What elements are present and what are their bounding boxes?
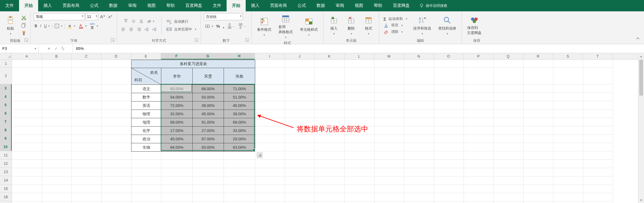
table-cell[interactable]: 51.00% [224,93,255,102]
decrease-decimal-button[interactable]: .00.0→ [237,23,247,30]
menu-tab-5[interactable]: 数据 [104,0,123,11]
save-to-baidu-button[interactable]: 保存到 百度网盘 [465,14,484,37]
scroll-thumb[interactable] [639,60,643,96]
fill-color-button[interactable] [66,23,76,29]
menu-tab-4[interactable]: 公式 [85,0,104,11]
dialog-launcher-icon[interactable]: ↘ [245,38,249,42]
insert-function-button[interactable]: fx [62,46,64,51]
row-header[interactable]: 11 [0,151,12,159]
table-cell[interactable]: 54.00% [161,93,193,102]
underline-button[interactable]: U [43,23,51,29]
column-header[interactable]: O [434,53,464,59]
name-box[interactable]: ▾ [0,44,39,53]
align-left-button[interactable] [120,27,127,33]
menu-tab[interactable]: 公式 [292,0,311,11]
menu-tab-6[interactable]: 审阅 [123,0,142,11]
menu-tab[interactable]: 页面布局 [265,0,292,11]
menu-tab[interactable]: 文件 [208,0,227,11]
table-cell[interactable]: 66.00% [193,85,224,93]
column-header[interactable]: M [374,53,404,59]
menu-tab[interactable]: 百度网盘 [388,0,415,11]
row-header[interactable]: 13 [0,168,12,176]
row-header[interactable]: 12 [0,159,12,168]
clear-button[interactable]: 清除 [382,29,404,35]
decrease-indent-button[interactable] [143,27,150,33]
column-header[interactable]: G [192,53,224,59]
conditional-formatting-button[interactable]: 条件格式▾ [255,16,274,38]
font-color-button[interactable]: A [78,23,88,29]
table-cell[interactable]: 84.00% [161,143,193,152]
row-header[interactable]: 17 [0,201,12,203]
number-format-combo[interactable] [204,13,243,20]
table-cell[interactable]: 93.00% [193,143,224,152]
percent-button[interactable]: % [215,23,221,29]
column-header[interactable]: S [553,53,583,59]
column-header[interactable]: B [42,53,72,59]
row-header[interactable]: 14 [0,176,12,184]
row-header[interactable]: 7 [0,118,12,126]
menu-tab-3[interactable]: 页面布局 [57,0,85,11]
quick-analysis-button[interactable] [257,152,263,158]
dialog-launcher-icon[interactable]: ↘ [195,38,198,42]
accounting-format-button[interactable] [204,23,214,30]
row-header[interactable]: 5 [0,101,12,109]
table-cell[interactable]: 63.00% [224,143,255,152]
increase-decimal-button[interactable]: .0.00→ [226,23,236,30]
menu-tab-9[interactable]: 百度网盘 [180,0,208,11]
column-header[interactable]: H [224,53,255,59]
dialog-launcher-icon[interactable]: ↘ [24,38,28,42]
column-header[interactable]: R [523,53,553,59]
format-cells-button[interactable]: 格式▾ [361,15,376,36]
table-cell[interactable]: 71.00% [224,85,255,93]
scroll-up-button[interactable]: ▲ [638,53,644,59]
formula-input[interactable] [76,46,641,51]
autosum-button[interactable]: Σ自动求和 [382,16,408,21]
orientation-button[interactable]: ab [146,18,155,24]
align-top-button[interactable] [123,18,129,24]
row-header[interactable]: 8 [0,126,12,134]
table-cell[interactable]: 40.00% [224,102,255,110]
table-cell[interactable]: 29.00% [224,135,255,143]
column-header[interactable]: E [131,53,161,59]
column-header[interactable]: Q [493,53,523,59]
increase-indent-button[interactable] [151,27,158,33]
row-header[interactable]: 3 [0,84,12,93]
row-header[interactable]: 6 [0,109,12,118]
menu-tab[interactable]: 审阅 [330,0,349,11]
table-cell[interactable]: 72.00% [161,102,193,110]
tell-me-search[interactable]: 操作说明搜索 [415,0,451,11]
column-header[interactable]: D [101,53,131,59]
column-header[interactable]: T [583,53,613,59]
column-header[interactable]: J [285,53,315,59]
menu-tab[interactable]: 插入 [246,0,265,11]
align-bottom-button[interactable] [138,18,145,24]
delete-cells-button[interactable]: 删除▾ [344,15,359,36]
find-select-button[interactable]: 查找和选择▾ [436,15,459,36]
table-cell[interactable]: 89.00% [161,118,193,127]
row-header[interactable]: 2 [0,67,12,84]
italic-button[interactable]: I [39,23,42,29]
menu-tab[interactable]: 帮助 [369,0,388,11]
cancel-edit-button[interactable]: ✕ [47,47,50,51]
align-center-button[interactable] [128,27,134,33]
collapse-ribbon-button[interactable] [634,36,641,41]
comma-button[interactable]: , [222,23,225,30]
table-cell[interactable]: 32.00% [161,110,193,118]
table-cell[interactable]: 39.00% [193,102,224,110]
copy-button[interactable] [20,22,27,29]
scroll-down-button[interactable]: ▼ [638,197,644,203]
increase-font-button[interactable]: A▲ [99,14,106,20]
insert-cells-button[interactable]: 插入▾ [326,15,341,36]
table-cell[interactable]: 33.00% [224,127,255,135]
table-cell[interactable]: 45.00% [193,110,224,118]
phonetic-button[interactable]: wén文 [89,23,99,29]
sort-filter-button[interactable]: AZ 排序和筛选▾ [411,15,434,36]
menu-tab[interactable]: 数据 [311,0,330,11]
column-header[interactable]: K [315,53,344,59]
column-header[interactable]: A [12,53,42,59]
table-cell[interactable]: 45.00% [161,135,193,143]
confirm-edit-button[interactable]: ✓ [55,47,58,51]
table-cell[interactable]: 38.00% [224,110,255,118]
fill-button[interactable]: 填充 [382,23,404,28]
table-cell[interactable]: 65.00% [161,85,193,93]
